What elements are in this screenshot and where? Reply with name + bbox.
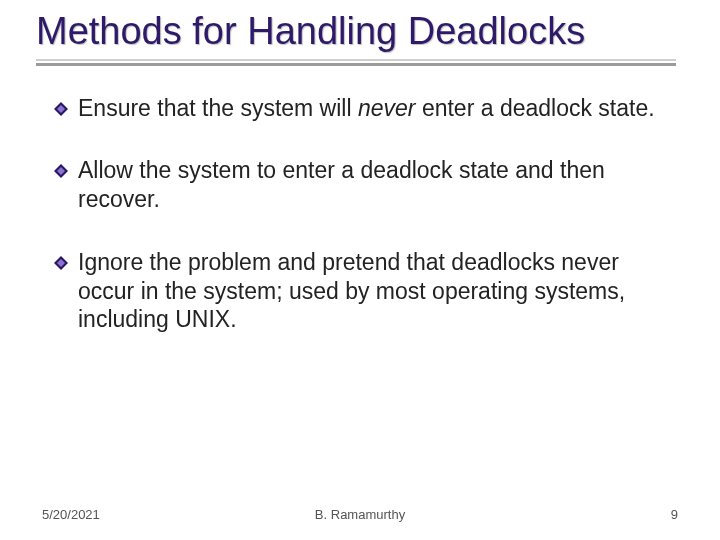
- slide: Methods for Handling Deadlocks Ensure th…: [0, 0, 720, 540]
- footer-page-number: 9: [671, 507, 678, 522]
- diamond-bullet-icon: [54, 164, 68, 178]
- title-rule: Methods for Handling Deadlocks: [36, 10, 676, 66]
- text-run: enter a deadlock state.: [416, 95, 655, 121]
- diamond-bullet-icon: [54, 102, 68, 116]
- text-run: Ignore the problem and pretend that dead…: [78, 249, 625, 333]
- slide-title: Methods for Handling Deadlocks: [36, 10, 676, 59]
- text-run-italic: never: [358, 95, 416, 121]
- text-run: Ensure that the system will: [78, 95, 358, 121]
- list-item-text: Ignore the problem and pretend that dead…: [78, 248, 674, 334]
- list-item: Ignore the problem and pretend that dead…: [54, 248, 674, 334]
- list-item: Ensure that the system will never enter …: [54, 94, 674, 123]
- slide-footer: 5/20/2021 B. Ramamurthy 9: [0, 507, 720, 522]
- list-item-text: Ensure that the system will never enter …: [78, 94, 674, 123]
- diamond-bullet-icon: [54, 256, 68, 270]
- footer-date: 5/20/2021: [42, 507, 100, 522]
- slide-body: Ensure that the system will never enter …: [36, 94, 684, 335]
- text-run: Allow the system to enter a deadlock sta…: [78, 157, 605, 212]
- list-item: Allow the system to enter a deadlock sta…: [54, 156, 674, 214]
- list-item-text: Allow the system to enter a deadlock sta…: [78, 156, 674, 214]
- footer-author: B. Ramamurthy: [315, 507, 405, 522]
